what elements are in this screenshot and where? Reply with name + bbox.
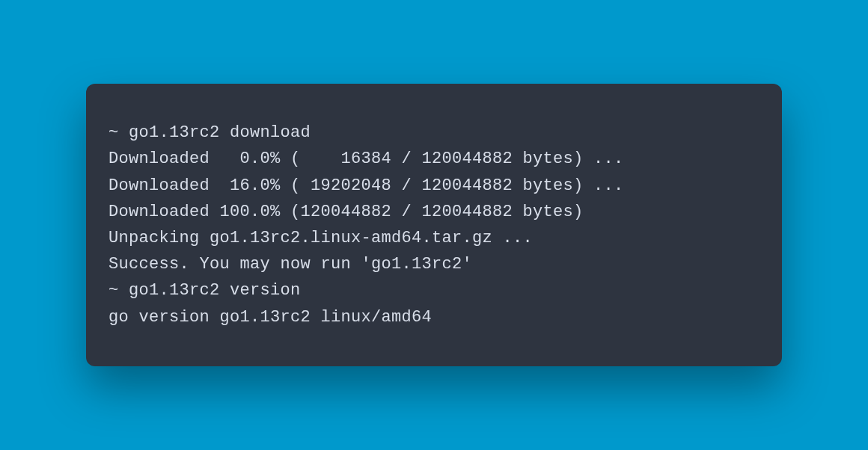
terminal-line: go version go1.13rc2 linux/amd64 [109, 304, 760, 330]
terminal-line: Success. You may now run 'go1.13rc2' [109, 251, 760, 277]
terminal-line: Unpacking go1.13rc2.linux-amd64.tar.gz .… [109, 225, 760, 251]
terminal-line: ~ go1.13rc2 version [109, 277, 760, 303]
terminal-line: Downloaded 100.0% (120044882 / 120044882… [109, 199, 760, 225]
terminal-line: ~ go1.13rc2 download [109, 120, 760, 146]
terminal-line: Downloaded 16.0% ( 19202048 / 120044882 … [109, 173, 760, 199]
terminal-window: ~ go1.13rc2 download Downloaded 0.0% ( 1… [86, 84, 782, 366]
terminal-line: Downloaded 0.0% ( 16384 / 120044882 byte… [109, 146, 760, 172]
